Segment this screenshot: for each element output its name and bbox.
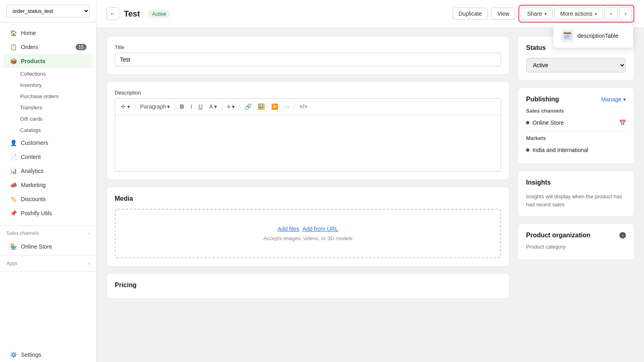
insights-title: Insights: [526, 179, 626, 186]
sidebar-item-catalogs[interactable]: Catalogs: [3, 125, 93, 136]
sidebar-item-settings[interactable]: ⚙️ Settings: [3, 348, 93, 362]
rte-drag-button[interactable]: ✛ ▾: [118, 102, 132, 111]
store-selector[interactable]: order_status_test: [0, 0, 96, 23]
rte-video-button[interactable]: ▶️: [269, 102, 281, 111]
media-links: Add files Add from URL: [124, 226, 492, 232]
rte-toolbar: ✛ ▾ Paragraph ▾ B I U A ▾ ≡ ▾ 🔗 🖼️ ▶️: [115, 99, 501, 115]
settings-icon: ⚙️: [10, 351, 17, 358]
media-drop-zone[interactable]: Add files Add from URL Accepts images, v…: [115, 209, 501, 258]
rte-divider-3: [222, 103, 222, 111]
media-title: Media: [115, 195, 501, 202]
share-dropdown-arrow-icon: ▾: [545, 12, 547, 16]
insights-card: Insights Insights will display when the …: [518, 171, 634, 217]
back-button[interactable]: ←: [106, 7, 119, 20]
prev-product-button[interactable]: ‹: [605, 7, 617, 20]
media-hint: Accepts images, videos, or 3D models: [124, 235, 492, 241]
products-icon: 📦: [10, 58, 17, 65]
sidebar-item-transfers[interactable]: Transfers: [3, 102, 93, 113]
product-org-title: Product organization: [526, 232, 590, 239]
description-card: Description ✛ ▾ Paragraph ▾ B I U A ▾ ≡ …: [106, 81, 510, 180]
pricing-card: Pricing: [106, 273, 510, 299]
view-button[interactable]: View: [491, 8, 515, 20]
rte-link-button[interactable]: 🔗: [242, 102, 254, 111]
manage-dropdown-icon: ▾: [623, 96, 626, 103]
online-store-channel: Online Store 📅: [526, 117, 626, 128]
rte-align-button[interactable]: ≡ ▾: [225, 102, 237, 111]
description-table-icon: 🗓️: [561, 29, 574, 42]
sidebar-item-marketing[interactable]: 📣 Marketing: [3, 178, 93, 192]
sidebar-item-collections[interactable]: Collections: [3, 68, 93, 79]
rte-code-button[interactable]: </>: [297, 102, 310, 111]
customers-icon: 👤: [10, 139, 17, 146]
topbar: ← Test Active Duplicate View Share ▾ Mor…: [97, 0, 644, 28]
rte-paragraph-arrow-icon: ▾: [167, 103, 170, 110]
product-category-label: Product category: [526, 244, 626, 250]
markets-dot: [526, 148, 529, 152]
rte-content-area[interactable]: [115, 115, 501, 171]
online-store-icon: 🏪: [10, 243, 17, 250]
title-card: Title: [106, 36, 510, 75]
rte-underline-button[interactable]: U: [196, 102, 205, 111]
store-select[interactable]: order_status_test: [6, 5, 90, 17]
pricing-title: Pricing: [115, 282, 501, 289]
sidebar-item-products[interactable]: 📦 Products: [3, 54, 93, 68]
apps-header[interactable]: Apps ›: [0, 257, 96, 269]
more-actions-dropdown-arrow-icon: ▾: [595, 12, 597, 16]
analytics-icon: 📊: [10, 167, 17, 175]
sidebar-item-online-store[interactable]: 🏪 Online Store: [3, 240, 93, 253]
rich-text-editor: ✛ ▾ Paragraph ▾ B I U A ▾ ≡ ▾ 🔗 🖼️ ▶️: [115, 98, 501, 172]
add-files-button[interactable]: Add files: [278, 226, 299, 232]
rte-image-button[interactable]: 🖼️: [256, 102, 267, 111]
right-panel: Status Active Draft Archived Publishing …: [518, 36, 634, 354]
rte-divider-2: [175, 103, 175, 111]
title-input[interactable]: [115, 53, 501, 66]
sales-channels-header[interactable]: Sales channels ›: [0, 227, 96, 239]
rte-italic-button[interactable]: I: [188, 102, 194, 111]
discounts-icon: 🏷️: [10, 195, 17, 203]
manage-button[interactable]: Manage ▾: [601, 96, 626, 103]
sidebar-item-orders[interactable]: 📋 Orders 15: [3, 40, 93, 54]
rte-paragraph-button[interactable]: Paragraph ▾: [138, 102, 172, 111]
rte-divider-4: [239, 103, 240, 111]
sidebar-item-analytics[interactable]: 📊 Analytics: [3, 164, 93, 178]
apps-expand-icon: ›: [89, 261, 90, 266]
orders-icon: 📋: [10, 43, 17, 51]
marketing-icon: 📣: [10, 181, 17, 189]
sidebar-item-customers[interactable]: 👤 Customers: [3, 136, 93, 150]
markets-channel: India and International: [526, 144, 626, 156]
publishing-header: Publishing Manage ▾: [526, 96, 626, 103]
share-button[interactable]: Share ▾: [521, 8, 552, 20]
sidebar: order_status_test 🏠 Home 📋 Orders 15 📦 P…: [0, 0, 97, 362]
insights-text: Insights will display when the product h…: [526, 193, 626, 208]
sidebar-item-gift-cards[interactable]: Gift cards: [3, 113, 93, 124]
home-icon: 🏠: [10, 29, 17, 37]
more-actions-button[interactable]: More actions ▾: [554, 8, 603, 20]
nav-arrows-group: ‹ ›: [605, 7, 632, 20]
title-label: Title: [115, 44, 501, 50]
rte-more-button[interactable]: ···: [282, 102, 292, 111]
rte-text-color-button[interactable]: A ▾: [206, 102, 219, 111]
product-org-header: Product organization i: [526, 232, 626, 239]
sidebar-item-home[interactable]: 🏠 Home: [3, 26, 93, 40]
product-organization-card: Product organization i Product category: [518, 223, 634, 260]
topbar-actions: Duplicate View Share ▾ More actions ▾ ‹ …: [452, 5, 634, 23]
rte-bold-button[interactable]: B: [178, 102, 186, 111]
sidebar-item-poshify[interactable]: 📌 Poshify Utils: [3, 206, 93, 220]
content-area: Title Description ✛ ▾ Paragraph ▾ B I U: [97, 28, 644, 362]
publishing-card: Publishing Manage ▾ Sales channels Onlin…: [518, 87, 634, 164]
sidebar-item-content[interactable]: 📄 Content: [3, 150, 93, 164]
description-label: Description: [115, 90, 501, 96]
sidebar-item-inventory[interactable]: Inventory: [3, 80, 93, 90]
orders-badge: 15: [76, 44, 87, 50]
more-actions-dropdown-menu: 🗓️ descriptionTable: [553, 23, 634, 48]
status-select[interactable]: Active Draft Archived: [526, 58, 626, 72]
next-product-button[interactable]: ›: [619, 7, 632, 20]
product-org-info-icon: i: [619, 232, 626, 239]
sidebar-item-purchase-orders[interactable]: Purchase orders: [3, 91, 93, 102]
duplicate-button[interactable]: Duplicate: [452, 8, 488, 20]
description-table-menu-item[interactable]: 🗓️ descriptionTable: [556, 26, 631, 45]
online-store-dot: [526, 121, 529, 124]
calendar-icon[interactable]: 📅: [619, 119, 626, 126]
sidebar-item-discounts[interactable]: 🏷️ Discounts: [3, 192, 93, 206]
add-from-url-button[interactable]: Add from URL: [303, 226, 339, 232]
